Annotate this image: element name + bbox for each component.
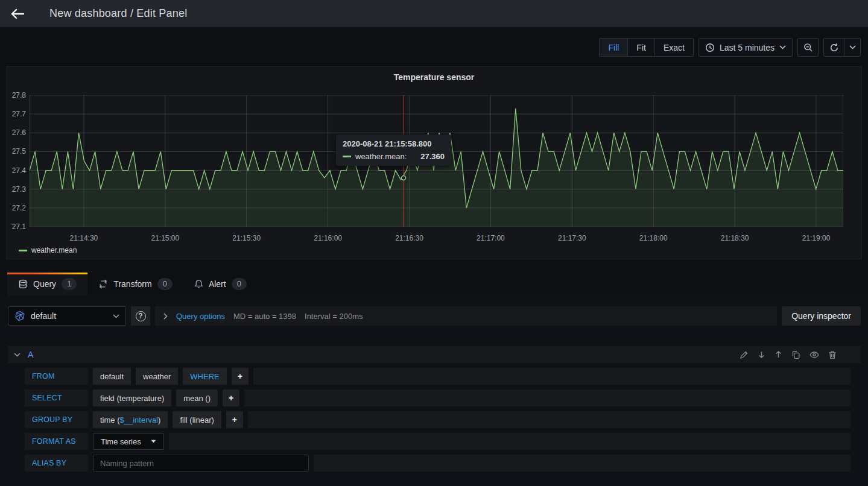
query-segment[interactable]: default <box>93 368 131 385</box>
clause-label[interactable]: SELECT <box>25 390 88 406</box>
add-segment-button[interactable]: + <box>232 368 249 385</box>
query-segment[interactable]: time ($__interval) <box>93 411 168 428</box>
top-nav-bar: New dashboard / Edit Panel <box>0 0 868 27</box>
x-axis-label: 21:15:00 <box>146 234 185 242</box>
query-editor: default ? Query options MD = auto = 1398… <box>0 295 868 486</box>
tab-query[interactable]: Query1 <box>7 273 87 295</box>
clock-icon <box>705 43 715 52</box>
y-axis-label: 27.7 <box>8 110 26 118</box>
y-axis-label: 27.1 <box>8 222 26 231</box>
fit-mode-fill-button[interactable]: Fill <box>600 39 628 56</box>
move-query-down-button[interactable] <box>758 350 765 359</box>
add-segment-button[interactable]: + <box>223 390 239 406</box>
legend-item-weather-mean[interactable]: weather.mean <box>19 246 77 254</box>
x-axis-label: 21:18:00 <box>634 234 673 242</box>
refresh-interval-dropdown[interactable] <box>844 39 860 56</box>
chevron-down-icon <box>113 314 119 318</box>
query-row-group-by: GROUP BYtime ($__interval)fill (linear)+ <box>25 411 861 428</box>
series-area-fill <box>30 109 843 227</box>
datasource-picker[interactable]: default <box>8 306 126 326</box>
tab-alert[interactable]: Alert0 <box>183 273 258 295</box>
query-row-alias-by: ALIAS BY <box>25 455 861 472</box>
y-axis-label: 27.5 <box>8 147 26 156</box>
clause-label[interactable]: GROUP BY <box>25 411 88 428</box>
datasource-help-button[interactable]: ? <box>131 306 150 326</box>
tab-label: Transform <box>113 279 151 289</box>
refresh-icon <box>829 43 839 52</box>
x-axis-label: 21:18:30 <box>715 234 754 242</box>
panel-title[interactable]: Temperature sensor <box>7 72 861 82</box>
toggle-query-visibility-button[interactable] <box>809 351 819 359</box>
x-axis-label: 21:17:00 <box>471 234 510 242</box>
max-data-points-summary: MD = auto = 1398 <box>233 312 296 321</box>
tooltip-series-name: weather.mean: <box>355 152 407 161</box>
move-query-up-button[interactable] <box>775 350 782 359</box>
tab-count-badge: 1 <box>62 278 77 290</box>
tab-transform[interactable]: Transform0 <box>87 273 183 295</box>
alias-by-input[interactable] <box>93 455 309 472</box>
y-axis-label: 27.2 <box>8 204 26 212</box>
row-filler <box>248 411 851 428</box>
tooltip-value: 27.360 <box>420 152 445 161</box>
fit-mode-group: FillFitExact <box>599 38 693 57</box>
bell-icon <box>194 279 203 289</box>
clause-label[interactable]: FORMAT AS <box>25 433 88 450</box>
query-segment[interactable]: WHERE <box>183 368 226 385</box>
x-axis-label: 21:17:30 <box>553 234 591 242</box>
edit-query-button[interactable] <box>740 350 749 359</box>
series-color-dash <box>343 156 351 157</box>
page-title: New dashboard / Edit Panel <box>49 7 187 20</box>
panel-edit-toolbar: FillFitExact Last 5 minutes <box>0 38 861 57</box>
clause-label[interactable]: FROM <box>25 368 88 385</box>
query-options-toggle[interactable]: Query options MD = auto = 1398 Interval … <box>155 306 777 326</box>
query-builder-rows: FROMdefaultweatherWHERE+SELECTfield (tem… <box>8 368 861 472</box>
row-filler <box>169 433 851 450</box>
format-as-select[interactable]: Time series <box>93 433 164 450</box>
chevron-down-icon <box>849 45 856 49</box>
fit-mode-exact-button[interactable]: Exact <box>655 39 693 56</box>
datasource-name: default <box>31 311 107 321</box>
tooltip-timestamp: 2020-08-21 21:15:58.800 <box>343 139 445 148</box>
refresh-button[interactable] <box>824 39 844 56</box>
query-options-label: Query options <box>176 312 225 321</box>
query-row-header[interactable]: A <box>8 346 861 363</box>
template-variable: $__interval <box>120 415 159 424</box>
chevron-right-icon <box>163 313 168 320</box>
x-axis-label: 21:16:00 <box>309 234 347 242</box>
arrow-down-icon <box>758 350 765 359</box>
legend-label: weather.mean <box>31 246 77 254</box>
y-axis-label: 27.4 <box>8 166 26 175</box>
query-ref-id: A <box>28 350 33 359</box>
query-actions <box>740 350 855 359</box>
tab-label: Query <box>33 279 56 289</box>
query-segment[interactable]: fill (linear) <box>173 411 221 428</box>
zoom-out-button[interactable] <box>798 39 818 56</box>
query-segment[interactable]: weather <box>136 368 178 385</box>
trash-icon <box>828 350 837 359</box>
row-filler <box>244 390 851 406</box>
arrow-left-icon <box>10 7 25 21</box>
row-filler <box>314 455 851 472</box>
add-segment-button[interactable]: + <box>226 411 243 428</box>
fit-mode-fit-button[interactable]: Fit <box>628 39 655 56</box>
query-segment[interactable]: mean () <box>176 390 218 406</box>
query-segment[interactable]: field (temperature) <box>93 390 171 406</box>
search-minus-icon <box>803 43 813 52</box>
back-button[interactable] <box>10 0 36 27</box>
row-filler <box>253 368 851 385</box>
interval-summary: Interval = 200ms <box>305 312 363 321</box>
time-range-picker[interactable]: Last 5 minutes <box>699 39 792 56</box>
delete-query-button[interactable] <box>828 350 837 359</box>
transform-icon <box>98 279 108 289</box>
arrow-up-icon <box>775 350 782 359</box>
x-axis-label: 21:14:30 <box>65 234 103 242</box>
tab-count-badge: 0 <box>232 278 247 290</box>
clause-label[interactable]: ALIAS BY <box>25 455 88 472</box>
panel-editor-tabs: Query1Transform0Alert0 <box>0 273 868 295</box>
y-axis-label: 27.3 <box>8 185 26 194</box>
x-axis-label: 21:15:30 <box>227 234 266 242</box>
query-inspector-button[interactable]: Query inspector <box>782 306 861 326</box>
x-axis-label: 21:19:00 <box>797 234 835 242</box>
duplicate-query-button[interactable] <box>791 350 800 359</box>
selected-option: Time series <box>101 437 141 446</box>
